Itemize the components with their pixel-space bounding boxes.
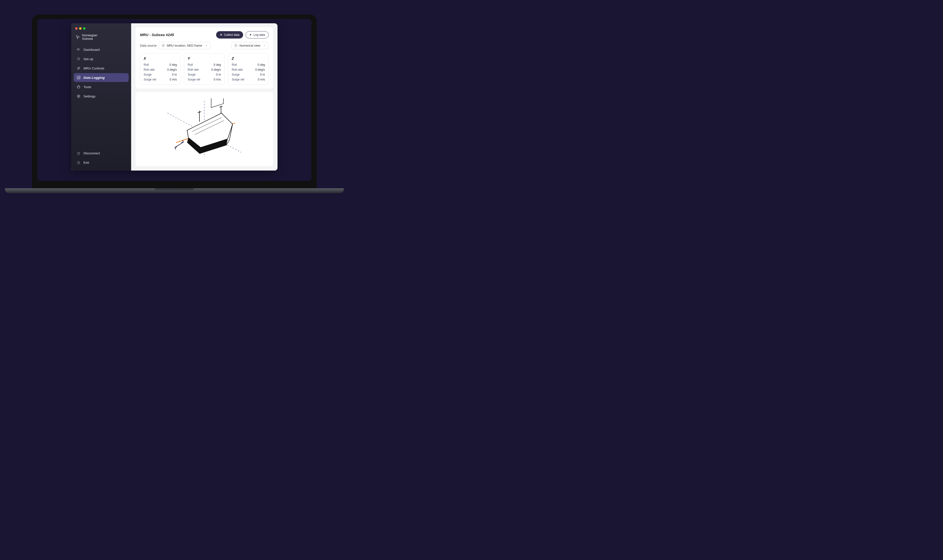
data-panel: MRU - Subsea #245 Collect data Log data	[136, 27, 273, 89]
axis-name: Y	[188, 57, 221, 60]
metric-row: Surge vel0 m/s	[144, 77, 177, 82]
sidebar-item-label: Set-up	[83, 57, 93, 61]
ship-body	[187, 98, 233, 154]
svg-point-0	[79, 67, 80, 68]
svg-point-1	[78, 69, 79, 69]
ship-illustration	[150, 98, 258, 160]
window-traffic-lights	[74, 27, 129, 34]
sidebar-item-setup[interactable]: Set-up	[74, 54, 129, 63]
play-icon	[249, 33, 252, 36]
axis-card-x: X Roll0 deg Roll rate0 deg/s Surge0 m Su…	[140, 53, 180, 85]
sidebar-item-label: Dashboard	[83, 48, 100, 52]
brand-logo: Norwegian Subsea	[74, 34, 129, 45]
metric-row: Roll rate0 deg/s	[188, 67, 221, 72]
sidebar-item-label: MRU Controls	[83, 66, 104, 70]
target-icon	[77, 94, 80, 98]
sidebar-item-mru-controls[interactable]: MRU Controls	[74, 64, 129, 72]
sidebar-item-tools[interactable]: Tools	[74, 83, 129, 91]
desktop-background: Norwegian Subsea Dashboard	[37, 19, 311, 181]
sidebar-item-dashboard[interactable]: Dashboard	[74, 45, 129, 54]
maximize-window-icon[interactable]	[83, 27, 85, 30]
laptop-base	[5, 188, 344, 193]
svg-line-10	[175, 142, 183, 148]
button-label: Log data	[253, 33, 265, 37]
data-source-select[interactable]: MRU location, NED frame	[159, 42, 210, 49]
select-value: MRU location, NED frame	[167, 44, 202, 48]
sidebar-item-label: Settings	[83, 94, 96, 98]
visualization-panel	[136, 92, 273, 166]
cursor-icon	[76, 35, 80, 39]
log-data-button[interactable]: Log data	[246, 31, 269, 38]
sparkle-icon	[77, 151, 80, 155]
axis-grid: X Roll0 deg Roll rate0 deg/s Surge0 m Su…	[140, 53, 269, 85]
ship-visualization	[140, 96, 269, 162]
chevron-down-icon	[205, 44, 208, 47]
laptop-screen: Norwegian Subsea Dashboard	[32, 14, 317, 188]
sidebar-item-label: Exit	[83, 161, 89, 165]
panel-header: MRU - Subsea #245 Collect data Log data	[140, 31, 269, 38]
sparkle-icon	[77, 57, 80, 61]
sidebar-item-data-logging[interactable]: Data Logging	[74, 73, 129, 82]
sidebar-item-label: Data Logging	[83, 76, 105, 80]
svg-rect-7	[221, 34, 222, 35]
sidebar-item-label: Disconnect	[83, 151, 100, 155]
metric-row: Surge0 m	[232, 72, 265, 77]
page-title: MRU - Subsea #245	[140, 32, 214, 37]
laptop-notch	[155, 188, 194, 191]
toolbox-icon	[77, 85, 80, 89]
clock-icon	[162, 44, 165, 47]
app-window: Norwegian Subsea Dashboard	[71, 23, 277, 171]
brand-line2: Subsea	[82, 37, 97, 41]
axis-name: X	[144, 57, 177, 60]
sidebar-item-disconnect[interactable]: Disconnect	[74, 149, 129, 158]
sidebar-bottom-nav: Disconnect Exit	[74, 149, 129, 167]
sidebar-item-settings[interactable]: Settings	[74, 92, 129, 101]
svg-rect-3	[77, 86, 80, 88]
waves-icon	[77, 48, 80, 52]
metric-row: Surge vel0 m/s	[188, 77, 221, 82]
svg-rect-6	[220, 34, 221, 35]
brand-line1: Norwegian	[82, 34, 97, 37]
button-label: Collect data	[224, 33, 239, 37]
pause-icon	[220, 33, 222, 36]
sidebar-nav: Dashboard Set-up MRU Contr	[74, 45, 129, 101]
collect-data-button[interactable]: Collect data	[216, 31, 243, 38]
chart-icon	[77, 75, 80, 80]
close-window-icon[interactable]	[75, 27, 78, 30]
controls-row: Data source MRU location, NED frame Nume…	[140, 42, 269, 49]
metric-row: Roll0 deg	[144, 62, 177, 67]
select-value: Numerical view	[239, 44, 260, 48]
svg-rect-11	[211, 98, 223, 108]
sliders-icon	[77, 66, 80, 70]
metric-row: Surge vel0 m/s	[232, 77, 265, 82]
minimize-window-icon[interactable]	[79, 27, 82, 30]
view-mode-select[interactable]: Numerical view	[231, 42, 269, 49]
sidebar-item-exit[interactable]: Exit	[74, 158, 129, 167]
sparkle-icon	[77, 161, 80, 165]
metric-row: Surge0 m	[144, 72, 177, 77]
sidebar-item-label: Tools	[83, 85, 91, 89]
laptop-frame: Norwegian Subsea Dashboard	[32, 14, 317, 193]
axis-card-y: Y Roll0 deg Roll rate0 deg/s Surge0 m Su…	[184, 53, 225, 85]
metric-row: Roll0 deg	[188, 62, 221, 67]
metric-row: Roll0 deg	[232, 62, 265, 67]
metric-row: Surge0 m	[188, 72, 221, 77]
axis-card-z: Z Roll0 deg Roll rate0 deg/s Surge0 m Su…	[228, 53, 269, 85]
clock-icon	[234, 44, 237, 47]
chevron-down-icon	[263, 44, 266, 47]
sidebar: Norwegian Subsea Dashboard	[71, 23, 131, 171]
axis-name: Z	[232, 57, 265, 60]
data-source-label: Data source	[140, 44, 156, 48]
svg-point-5	[79, 96, 79, 97]
metric-row: Roll rate0 deg/s	[232, 67, 265, 72]
metric-row: Roll rate0 deg/s	[144, 67, 177, 72]
main-content: MRU - Subsea #245 Collect data Log data	[131, 23, 277, 171]
